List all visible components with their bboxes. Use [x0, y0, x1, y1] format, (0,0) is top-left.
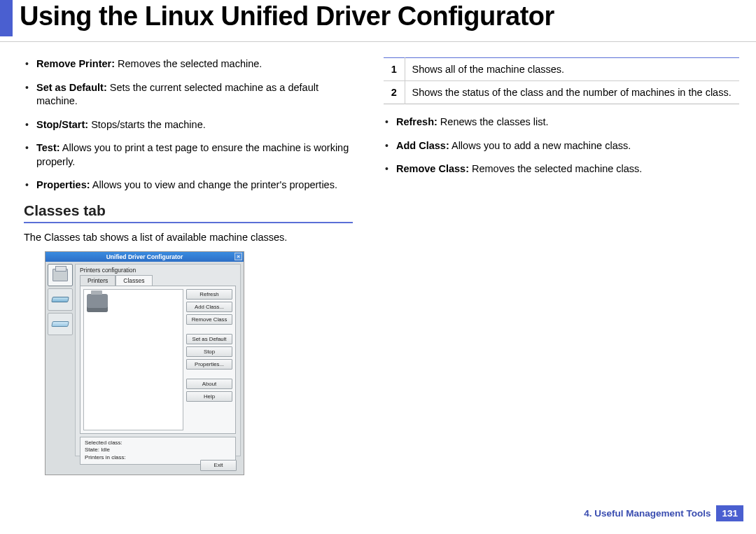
bullet-properties: Properties: Allows you to view and chang… [24, 178, 360, 192]
window-title: Unified Driver Configurator [106, 253, 183, 260]
desc: Allows you to print a test page to ensur… [36, 142, 349, 167]
section-heading-classes-tab: Classes tab [24, 202, 353, 223]
window-body: Printers configuration Printers Classes … [46, 262, 244, 475]
right-bullet-list: Refresh: Renews the classes list. Add Cl… [384, 115, 739, 176]
class-list[interactable] [83, 289, 183, 430]
right-column: 1 Shows all of the machine classes. 2 Sh… [384, 57, 739, 475]
term: Properties: [36, 179, 90, 190]
callout-table: 1 Shows all of the machine classes. 2 Sh… [384, 57, 739, 104]
term: Add Class: [396, 140, 449, 151]
printer-icon [52, 269, 68, 281]
desc: Allows you to view and change the printe… [90, 179, 337, 190]
section-intro: The Classes tab shows a list of availabl… [24, 232, 360, 243]
port-icon [51, 321, 69, 327]
button-column: Refresh Add Class... Remove Class Set as… [186, 286, 235, 433]
classes-panel: Refresh Add Class... Remove Class Set as… [80, 286, 236, 434]
bullet-add-class: Add Class: Allows you to add a new machi… [384, 139, 739, 153]
tabs: Printers Classes [80, 275, 236, 286]
refresh-button[interactable]: Refresh [186, 289, 232, 300]
sidebar-printers-button[interactable] [48, 264, 73, 286]
properties-button[interactable]: Properties... [186, 359, 232, 370]
exit-button[interactable]: Exit [200, 460, 237, 471]
screenshot-wrap: 1 2 Unified Driver Configurator × Printe… [24, 251, 246, 475]
footer-page-number: 131 [716, 505, 743, 521]
about-button[interactable]: About [186, 379, 232, 389]
window-titlebar: Unified Driver Configurator × [46, 252, 244, 262]
sidebar-ports-button[interactable] [48, 313, 73, 335]
desc: Renews the classes list. [438, 116, 549, 127]
page-footer: 4. Useful Management Tools 131 [584, 505, 743, 521]
row-number: 2 [384, 81, 405, 104]
set-default-button[interactable]: Set as Default [186, 334, 232, 344]
term: Set as Default: [36, 82, 107, 93]
title-bar: Using the Linux Unified Driver Configura… [0, 0, 756, 42]
tab-classes[interactable]: Classes [115, 275, 152, 286]
close-icon[interactable]: × [234, 253, 242, 260]
content-columns: Remove Printer: Removes the selected mac… [0, 42, 756, 475]
main-panel: Printers configuration Printers Classes … [75, 264, 241, 456]
bullet-set-default: Set as Default: Sets the current selecte… [24, 81, 360, 108]
title-accent [0, 0, 13, 36]
term: Stop/Start: [36, 119, 88, 130]
desc: Removes the selected machine. [115, 58, 262, 69]
left-column: Remove Printer: Removes the selected mac… [24, 57, 360, 475]
status-selected-class: Selected class: [85, 440, 231, 447]
table-row: 2 Shows the status of the class and the … [384, 81, 739, 104]
desc: Allows you to add a new machine class. [449, 140, 631, 151]
bullet-refresh: Refresh: Renews the classes list. [384, 115, 739, 129]
bullet-test: Test: Allows you to print a test page to… [24, 141, 360, 169]
group-label: Printers configuration [76, 265, 240, 274]
desc: Removes the selected machine class. [469, 163, 642, 174]
page-title: Using the Linux Unified Driver Configura… [20, 1, 554, 31]
add-class-button[interactable]: Add Class... [186, 302, 232, 312]
row-text: Shows all of the machine classes. [405, 58, 739, 81]
tab-printers[interactable]: Printers [80, 275, 115, 286]
term: Refresh: [396, 116, 438, 127]
help-button[interactable]: Help [186, 391, 232, 402]
remove-class-button[interactable]: Remove Class [186, 314, 232, 325]
row-text: Shows the status of the class and the nu… [405, 81, 739, 104]
class-item-printer-icon [87, 294, 108, 312]
desc: Stops/starts the machine. [88, 119, 206, 130]
scanner-icon [51, 297, 69, 302]
embedded-screenshot: Unified Driver Configurator × Printers c… [45, 251, 244, 475]
sidebar-scanners-button[interactable] [48, 288, 73, 311]
left-bullet-list: Remove Printer: Removes the selected mac… [24, 57, 360, 192]
status-state: State: Idle [85, 447, 231, 454]
stop-button[interactable]: Stop [186, 346, 232, 357]
bullet-remove-class: Remove Class: Removes the selected machi… [384, 162, 739, 176]
term: Remove Class: [396, 163, 469, 174]
term: Remove Printer: [36, 58, 115, 69]
row-number: 1 [384, 58, 405, 81]
module-sidebar [48, 264, 73, 335]
term: Test: [36, 142, 60, 153]
bullet-remove-printer: Remove Printer: Removes the selected mac… [24, 57, 360, 71]
bullet-stop-start: Stop/Start: Stops/starts the machine. [24, 118, 360, 132]
table-row: 1 Shows all of the machine classes. [384, 58, 739, 81]
footer-chapter: 4. Useful Management Tools [584, 508, 710, 519]
exit-row: Exit [200, 460, 237, 471]
